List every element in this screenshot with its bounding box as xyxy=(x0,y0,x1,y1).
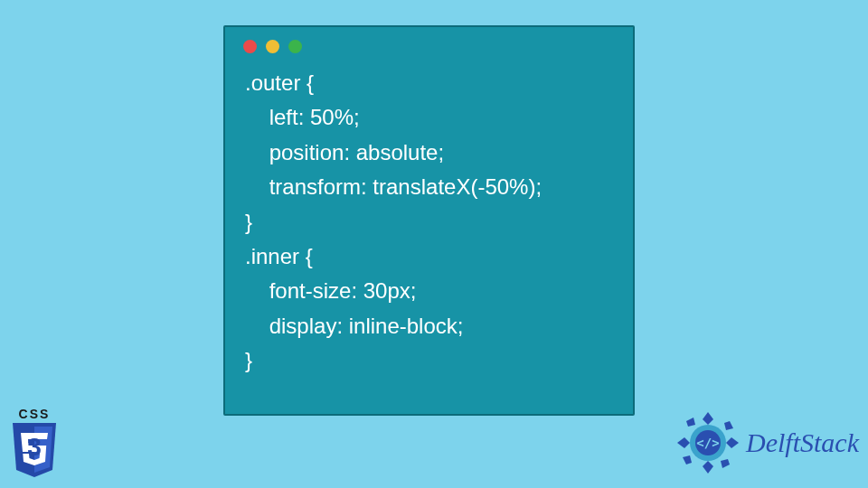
code-block: .outer { left: 50%; position: absolute; … xyxy=(225,61,633,388)
code-line: display: inline-block; xyxy=(245,314,463,338)
code-line: font-size: 30px; xyxy=(245,278,416,303)
minimize-dot-icon xyxy=(266,40,279,53)
code-window: .outer { left: 50%; position: absolute; … xyxy=(223,25,635,416)
code-line: } xyxy=(245,210,252,234)
code-line: .inner { xyxy=(245,244,313,268)
close-dot-icon xyxy=(243,40,257,53)
code-line: transform: translateX(-50%); xyxy=(245,174,542,199)
code-line: left: 50%; xyxy=(245,105,360,129)
code-line: position: absolute; xyxy=(245,140,444,164)
delftstack-logo: </> DelftStack xyxy=(675,410,859,475)
css-label: CSS xyxy=(5,407,63,421)
code-line: .outer { xyxy=(245,70,314,95)
window-traffic-lights xyxy=(225,27,633,61)
delftstack-text: DelftStack xyxy=(746,427,859,458)
css3-logo: CSS 3 xyxy=(5,407,63,479)
maximize-dot-icon xyxy=(288,40,302,53)
svg-text:</>: </> xyxy=(696,436,719,450)
delftstack-emblem-icon: </> xyxy=(675,410,741,475)
code-line: } xyxy=(245,348,252,372)
css3-number: 3 xyxy=(27,433,42,461)
css3-shield-icon: 3 xyxy=(9,423,60,479)
